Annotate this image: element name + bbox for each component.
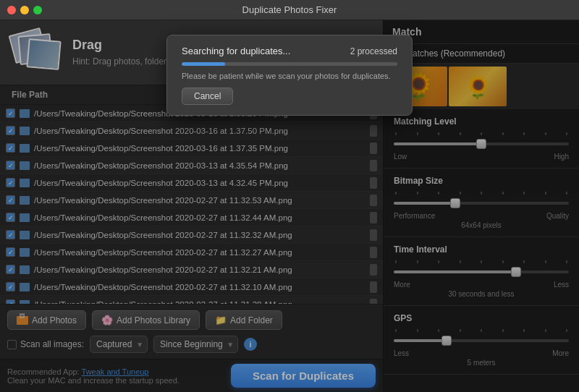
minimize-button[interactable] — [20, 6, 29, 14]
title-bar: Duplicate Photos Fixer — [0, 0, 579, 20]
progress-overlay: Searching for duplicates... 2 processed … — [0, 20, 579, 392]
close-button[interactable] — [7, 6, 16, 14]
progress-bar-track — [182, 62, 397, 66]
maximize-button[interactable] — [33, 6, 42, 14]
traffic-lights — [7, 6, 42, 14]
progress-count: 2 processed — [350, 46, 397, 56]
progress-popup: Searching for duplicates... 2 processed … — [166, 35, 413, 116]
progress-header: Searching for duplicates... 2 processed — [182, 46, 397, 56]
progress-bar-fill — [182, 62, 225, 66]
progress-message: Please be patient while we scan your pho… — [182, 72, 397, 80]
progress-title: Searching for duplicates... — [182, 46, 290, 56]
window-title: Duplicate Photos Fixer — [242, 4, 337, 15]
cancel-button[interactable]: Cancel — [182, 88, 233, 105]
